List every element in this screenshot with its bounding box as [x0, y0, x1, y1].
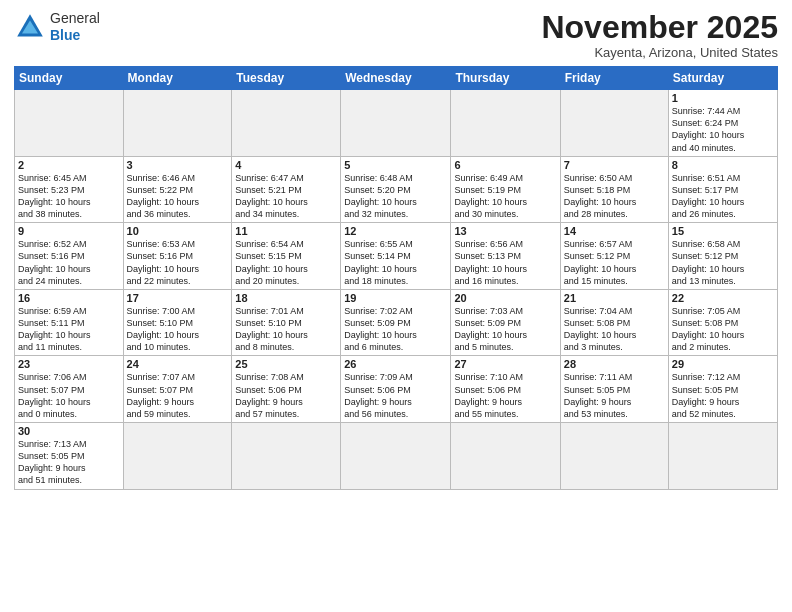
calendar-row-6: 30Sunrise: 7:13 AM Sunset: 5:05 PM Dayli…	[15, 423, 778, 490]
calendar-cell-1	[123, 90, 232, 157]
day-info-27: Sunrise: 7:10 AM Sunset: 5:06 PM Dayligh…	[454, 371, 556, 420]
day-number-16: 16	[18, 292, 120, 304]
day-number-10: 10	[127, 225, 229, 237]
day-number-28: 28	[564, 358, 665, 370]
day-info-5: Sunrise: 6:48 AM Sunset: 5:20 PM Dayligh…	[344, 172, 447, 221]
day-info-26: Sunrise: 7:09 AM Sunset: 5:06 PM Dayligh…	[344, 371, 447, 420]
day-number-13: 13	[454, 225, 556, 237]
day-number-25: 25	[235, 358, 337, 370]
header-saturday: Saturday	[668, 67, 777, 90]
day-number-5: 5	[344, 159, 447, 171]
day-number-23: 23	[18, 358, 120, 370]
day-info-8: Sunrise: 6:51 AM Sunset: 5:17 PM Dayligh…	[672, 172, 774, 221]
calendar-row-2: 2Sunrise: 6:45 AM Sunset: 5:23 PM Daylig…	[15, 156, 778, 223]
calendar-cell-8: 3Sunrise: 6:46 AM Sunset: 5:22 PM Daylig…	[123, 156, 232, 223]
calendar-subtitle: Kayenta, Arizona, United States	[541, 45, 778, 60]
header-friday: Friday	[560, 67, 668, 90]
day-info-25: Sunrise: 7:08 AM Sunset: 5:06 PM Dayligh…	[235, 371, 337, 420]
day-info-23: Sunrise: 7:06 AM Sunset: 5:07 PM Dayligh…	[18, 371, 120, 420]
day-number-15: 15	[672, 225, 774, 237]
calendar-cell-21: 16Sunrise: 6:59 AM Sunset: 5:11 PM Dayli…	[15, 289, 124, 356]
day-info-24: Sunrise: 7:07 AM Sunset: 5:07 PM Dayligh…	[127, 371, 229, 420]
day-number-11: 11	[235, 225, 337, 237]
header-monday: Monday	[123, 67, 232, 90]
day-info-2: Sunrise: 6:45 AM Sunset: 5:23 PM Dayligh…	[18, 172, 120, 221]
weekday-header-row: Sunday Monday Tuesday Wednesday Thursday…	[15, 67, 778, 90]
day-number-19: 19	[344, 292, 447, 304]
logo: General Blue	[14, 10, 100, 44]
day-number-26: 26	[344, 358, 447, 370]
day-info-4: Sunrise: 6:47 AM Sunset: 5:21 PM Dayligh…	[235, 172, 337, 221]
calendar-cell-36	[123, 423, 232, 490]
day-number-8: 8	[672, 159, 774, 171]
day-info-17: Sunrise: 7:00 AM Sunset: 5:10 PM Dayligh…	[127, 305, 229, 354]
day-info-15: Sunrise: 6:58 AM Sunset: 5:12 PM Dayligh…	[672, 238, 774, 287]
day-number-20: 20	[454, 292, 556, 304]
calendar-cell-20: 15Sunrise: 6:58 AM Sunset: 5:12 PM Dayli…	[668, 223, 777, 290]
day-number-21: 21	[564, 292, 665, 304]
calendar-row-1: 1Sunrise: 7:44 AM Sunset: 6:24 PM Daylig…	[15, 90, 778, 157]
calendar-cell-29: 24Sunrise: 7:07 AM Sunset: 5:07 PM Dayli…	[123, 356, 232, 423]
calendar-cell-16: 11Sunrise: 6:54 AM Sunset: 5:15 PM Dayli…	[232, 223, 341, 290]
day-info-13: Sunrise: 6:56 AM Sunset: 5:13 PM Dayligh…	[454, 238, 556, 287]
day-info-14: Sunrise: 6:57 AM Sunset: 5:12 PM Dayligh…	[564, 238, 665, 287]
day-number-14: 14	[564, 225, 665, 237]
day-info-30: Sunrise: 7:13 AM Sunset: 5:05 PM Dayligh…	[18, 438, 120, 487]
calendar-cell-24: 19Sunrise: 7:02 AM Sunset: 5:09 PM Dayli…	[341, 289, 451, 356]
calendar-cell-23: 18Sunrise: 7:01 AM Sunset: 5:10 PM Dayli…	[232, 289, 341, 356]
header-sunday: Sunday	[15, 67, 124, 90]
day-info-22: Sunrise: 7:05 AM Sunset: 5:08 PM Dayligh…	[672, 305, 774, 354]
header: General Blue November 2025 Kayenta, Ariz…	[14, 10, 778, 60]
calendar-cell-38	[341, 423, 451, 490]
day-info-3: Sunrise: 6:46 AM Sunset: 5:22 PM Dayligh…	[127, 172, 229, 221]
day-info-29: Sunrise: 7:12 AM Sunset: 5:05 PM Dayligh…	[672, 371, 774, 420]
calendar-cell-7: 2Sunrise: 6:45 AM Sunset: 5:23 PM Daylig…	[15, 156, 124, 223]
header-thursday: Thursday	[451, 67, 560, 90]
calendar-row-5: 23Sunrise: 7:06 AM Sunset: 5:07 PM Dayli…	[15, 356, 778, 423]
day-number-4: 4	[235, 159, 337, 171]
day-info-18: Sunrise: 7:01 AM Sunset: 5:10 PM Dayligh…	[235, 305, 337, 354]
calendar-cell-39	[451, 423, 560, 490]
calendar-cell-3	[341, 90, 451, 157]
day-info-1: Sunrise: 7:44 AM Sunset: 6:24 PM Dayligh…	[672, 105, 774, 154]
calendar-cell-14: 9Sunrise: 6:52 AM Sunset: 5:16 PM Daylig…	[15, 223, 124, 290]
day-number-30: 30	[18, 425, 120, 437]
calendar-cell-9: 4Sunrise: 6:47 AM Sunset: 5:21 PM Daylig…	[232, 156, 341, 223]
calendar-cell-5	[560, 90, 668, 157]
calendar-cell-22: 17Sunrise: 7:00 AM Sunset: 5:10 PM Dayli…	[123, 289, 232, 356]
day-number-24: 24	[127, 358, 229, 370]
calendar-cell-34: 29Sunrise: 7:12 AM Sunset: 5:05 PM Dayli…	[668, 356, 777, 423]
day-number-29: 29	[672, 358, 774, 370]
calendar-cell-19: 14Sunrise: 6:57 AM Sunset: 5:12 PM Dayli…	[560, 223, 668, 290]
calendar-cell-2	[232, 90, 341, 157]
calendar-cell-27: 22Sunrise: 7:05 AM Sunset: 5:08 PM Dayli…	[668, 289, 777, 356]
day-info-16: Sunrise: 6:59 AM Sunset: 5:11 PM Dayligh…	[18, 305, 120, 354]
day-number-1: 1	[672, 92, 774, 104]
calendar-cell-37	[232, 423, 341, 490]
calendar-cell-13: 8Sunrise: 6:51 AM Sunset: 5:17 PM Daylig…	[668, 156, 777, 223]
calendar-cell-32: 27Sunrise: 7:10 AM Sunset: 5:06 PM Dayli…	[451, 356, 560, 423]
header-tuesday: Tuesday	[232, 67, 341, 90]
header-wednesday: Wednesday	[341, 67, 451, 90]
calendar-row-3: 9Sunrise: 6:52 AM Sunset: 5:16 PM Daylig…	[15, 223, 778, 290]
calendar-cell-41	[668, 423, 777, 490]
day-number-9: 9	[18, 225, 120, 237]
calendar-cell-40	[560, 423, 668, 490]
day-info-11: Sunrise: 6:54 AM Sunset: 5:15 PM Dayligh…	[235, 238, 337, 287]
title-block: November 2025 Kayenta, Arizona, United S…	[541, 10, 778, 60]
day-number-27: 27	[454, 358, 556, 370]
calendar-cell-12: 7Sunrise: 6:50 AM Sunset: 5:18 PM Daylig…	[560, 156, 668, 223]
calendar-title: November 2025	[541, 10, 778, 45]
logo-icon	[14, 11, 46, 43]
day-info-10: Sunrise: 6:53 AM Sunset: 5:16 PM Dayligh…	[127, 238, 229, 287]
calendar-cell-25: 20Sunrise: 7:03 AM Sunset: 5:09 PM Dayli…	[451, 289, 560, 356]
day-number-3: 3	[127, 159, 229, 171]
calendar-cell-33: 28Sunrise: 7:11 AM Sunset: 5:05 PM Dayli…	[560, 356, 668, 423]
day-number-7: 7	[564, 159, 665, 171]
calendar-row-4: 16Sunrise: 6:59 AM Sunset: 5:11 PM Dayli…	[15, 289, 778, 356]
day-info-7: Sunrise: 6:50 AM Sunset: 5:18 PM Dayligh…	[564, 172, 665, 221]
calendar-cell-35: 30Sunrise: 7:13 AM Sunset: 5:05 PM Dayli…	[15, 423, 124, 490]
day-number-6: 6	[454, 159, 556, 171]
page: General Blue November 2025 Kayenta, Ariz…	[0, 0, 792, 612]
calendar-cell-17: 12Sunrise: 6:55 AM Sunset: 5:14 PM Dayli…	[341, 223, 451, 290]
